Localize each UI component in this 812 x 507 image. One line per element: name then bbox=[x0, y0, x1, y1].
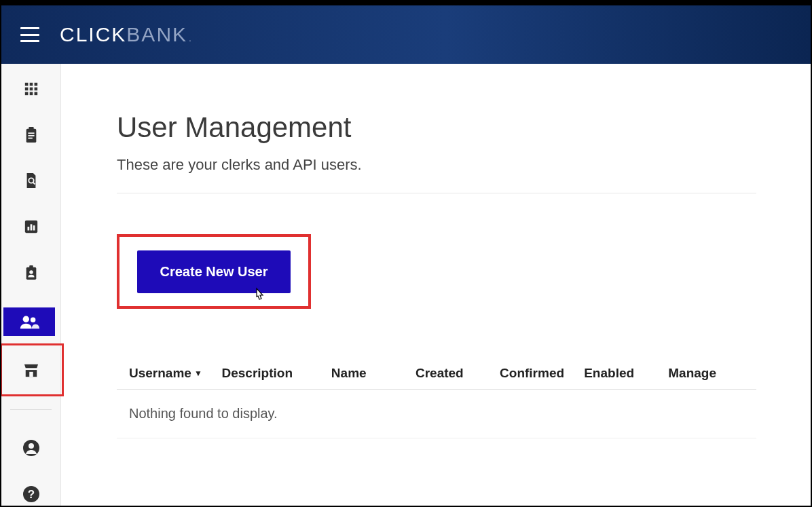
main-content: User Management These are your clerks an… bbox=[61, 64, 811, 506]
svg-rect-11 bbox=[28, 132, 34, 134]
svg-rect-26 bbox=[29, 372, 33, 377]
column-confirmed[interactable]: Confirmed bbox=[500, 366, 584, 381]
column-enabled[interactable]: Enabled bbox=[584, 366, 668, 381]
svg-rect-12 bbox=[28, 135, 34, 136]
clipboard-icon bbox=[24, 126, 39, 144]
sidebar-item-chart[interactable] bbox=[1, 215, 60, 238]
users-icon bbox=[19, 314, 39, 329]
badge-icon bbox=[24, 265, 39, 281]
column-username-label: Username bbox=[129, 366, 191, 381]
column-description[interactable]: Description bbox=[222, 366, 331, 381]
chart-icon bbox=[24, 219, 39, 234]
logo-suffix: BANK bbox=[126, 23, 187, 45]
svg-rect-7 bbox=[29, 92, 33, 95]
sidebar-divider bbox=[10, 409, 52, 410]
apps-icon bbox=[24, 81, 39, 96]
sidebar-item-search-doc[interactable] bbox=[1, 170, 60, 193]
svg-rect-8 bbox=[34, 92, 37, 95]
column-created[interactable]: Created bbox=[416, 366, 500, 381]
table-header-row: Username ▼ Description Name Created Conf… bbox=[117, 358, 756, 390]
column-name[interactable]: Name bbox=[331, 366, 416, 381]
column-manage[interactable]: Manage bbox=[668, 366, 744, 381]
svg-point-24 bbox=[30, 317, 35, 322]
help-icon: ? bbox=[22, 485, 40, 503]
sidebar-nav: ? bbox=[1, 64, 61, 506]
svg-text:?: ? bbox=[27, 488, 34, 501]
svg-rect-5 bbox=[34, 88, 37, 91]
svg-rect-6 bbox=[24, 92, 28, 95]
title-divider bbox=[117, 193, 756, 193]
svg-point-23 bbox=[22, 316, 29, 322]
create-new-user-button[interactable]: Create New User bbox=[137, 250, 291, 293]
page-subtitle: These are your clerks and API users. bbox=[117, 156, 756, 174]
brand-logo: CLICKBANK. bbox=[60, 23, 193, 46]
svg-point-22 bbox=[29, 270, 33, 274]
sidebar-item-help[interactable]: ? bbox=[1, 483, 60, 506]
sidebar-item-storefront[interactable] bbox=[1, 359, 60, 382]
svg-rect-3 bbox=[24, 88, 28, 91]
create-button-highlight: Create New User bbox=[117, 234, 311, 309]
app-header: CLICKBANK. bbox=[1, 5, 811, 64]
svg-rect-13 bbox=[28, 137, 32, 138]
table-empty-message: Nothing found to display. bbox=[117, 390, 756, 438]
search-doc-icon bbox=[24, 172, 39, 189]
sidebar-item-account[interactable] bbox=[1, 437, 60, 460]
svg-rect-4 bbox=[29, 88, 33, 91]
svg-point-28 bbox=[29, 443, 34, 449]
users-table: Username ▼ Description Name Created Conf… bbox=[117, 358, 756, 438]
svg-rect-19 bbox=[33, 225, 35, 230]
sidebar-item-clipboard[interactable] bbox=[1, 124, 60, 147]
menu-toggle-button[interactable] bbox=[20, 27, 39, 42]
sidebar-item-apps[interactable] bbox=[1, 77, 60, 100]
sort-desc-icon: ▼ bbox=[194, 369, 202, 378]
sidebar-item-users[interactable] bbox=[3, 307, 55, 336]
svg-rect-21 bbox=[29, 265, 33, 268]
svg-rect-17 bbox=[27, 227, 29, 231]
page-title: User Management bbox=[117, 111, 756, 144]
svg-rect-2 bbox=[34, 83, 37, 86]
account-icon bbox=[22, 439, 40, 457]
logo-prefix: CLICK bbox=[60, 23, 126, 45]
column-username[interactable]: Username ▼ bbox=[129, 366, 222, 381]
svg-rect-10 bbox=[29, 127, 33, 130]
storefront-icon bbox=[23, 363, 39, 378]
sidebar-item-badge[interactable] bbox=[1, 261, 60, 284]
svg-rect-1 bbox=[29, 83, 33, 86]
svg-rect-18 bbox=[30, 225, 32, 231]
svg-rect-0 bbox=[24, 83, 28, 86]
